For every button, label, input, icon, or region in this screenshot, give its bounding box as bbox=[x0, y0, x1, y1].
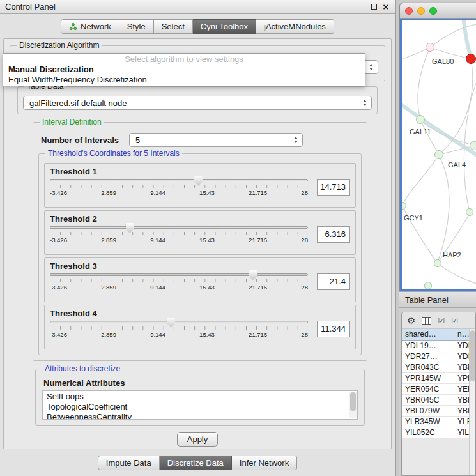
table-row[interactable]: YDR27… YDR2 bbox=[402, 351, 475, 362]
table-panel-titlebar[interactable]: Table Panel bbox=[399, 291, 476, 308]
cell-shared-name[interactable]: YDL19… bbox=[402, 341, 454, 351]
check-some-icon[interactable]: ☑ bbox=[451, 317, 458, 325]
tick-label: 15.43 bbox=[199, 189, 215, 196]
tick-label: 21.715 bbox=[249, 284, 267, 291]
tick-label: 2.859 bbox=[101, 331, 116, 338]
mac-minimize-button[interactable] bbox=[417, 7, 425, 15]
threshold-value-field[interactable]: 6.316 bbox=[317, 226, 350, 243]
network-node[interactable] bbox=[466, 208, 473, 216]
threshold-label: Threshold 3 bbox=[50, 261, 350, 271]
tab-label: Impute Data bbox=[106, 458, 151, 468]
threshold-value-field[interactable]: 14.713 bbox=[317, 179, 350, 196]
network-canvas[interactable]: GAL80 GAL11 GAL4 GCY1 HAP2 bbox=[402, 20, 476, 289]
threshold-value-field[interactable]: 11.344 bbox=[317, 321, 350, 337]
network-node[interactable] bbox=[466, 54, 476, 64]
columns-icon[interactable] bbox=[422, 317, 431, 325]
close-window-icon[interactable]: × bbox=[383, 2, 388, 12]
slider-track[interactable] bbox=[50, 179, 308, 181]
check-all-icon[interactable]: ☑ bbox=[438, 317, 445, 325]
gear-icon[interactable]: ⚙ bbox=[407, 316, 415, 325]
control-panel-titlebar[interactable]: Control Panel × bbox=[0, 0, 395, 14]
tick-label: 9.144 bbox=[150, 236, 165, 243]
table-row[interactable]: YBR045C YBR0 bbox=[402, 395, 475, 406]
thresholds-group: Threshold's Coordinates for 5 Intervals … bbox=[38, 153, 362, 355]
table-scrollbar[interactable] bbox=[469, 329, 475, 475]
combo-arrows-icon bbox=[294, 137, 298, 143]
cell-shared-name[interactable]: YLR345W bbox=[402, 417, 454, 427]
tab-impute-data[interactable]: Impute Data bbox=[98, 456, 160, 470]
cell-shared-name[interactable]: YER054C bbox=[402, 384, 454, 394]
slider-ticks bbox=[50, 326, 308, 330]
float-window-icon[interactable] bbox=[371, 4, 377, 10]
cell-shared-name[interactable]: YDR27… bbox=[402, 351, 454, 362]
numerical-attributes-label: Numerical Attributes bbox=[43, 378, 359, 388]
number-of-intervals-row: Number of Intervals 5 bbox=[41, 133, 359, 147]
list-item[interactable]: SelfLoops bbox=[47, 392, 347, 402]
app-root: Control Panel × Network Style Select Cyn… bbox=[0, 0, 476, 476]
table-row[interactable]: YDL19… YDL1 bbox=[402, 341, 475, 351]
tab-style[interactable]: Style bbox=[119, 19, 154, 34]
number-of-intervals-combobox[interactable]: 5 bbox=[129, 133, 303, 147]
slider-track[interactable] bbox=[50, 273, 308, 276]
threshold-slider: -3.426 2.859 9.144 15.43 21.715 28 bbox=[50, 178, 308, 196]
network-node[interactable] bbox=[426, 43, 434, 52]
slider-track[interactable] bbox=[50, 226, 308, 229]
dropdown-option-equal-width-frequency[interactable]: Equal Width/Frequency Discretization bbox=[7, 75, 361, 85]
group-title: Interval Definition bbox=[40, 118, 104, 127]
table-panel-title: Table Panel bbox=[405, 295, 449, 305]
tab-label: Network bbox=[81, 22, 111, 31]
mac-zoom-button[interactable] bbox=[429, 7, 437, 15]
cell-shared-name[interactable]: YBR045C bbox=[402, 395, 454, 405]
slider-track[interactable] bbox=[50, 321, 308, 323]
tick-label: 2.859 bbox=[101, 236, 116, 243]
network-node[interactable] bbox=[416, 115, 425, 124]
tick-label: -3.426 bbox=[50, 236, 67, 243]
list-item[interactable]: TopologicalCoefficient bbox=[47, 402, 347, 412]
network-window-titlebar[interactable] bbox=[400, 3, 476, 19]
tab-jactivemnodules[interactable]: jActiveMNodules bbox=[256, 19, 334, 34]
group-title: Attributes to discretize bbox=[42, 364, 123, 373]
cell-shared-name[interactable]: YBR043C bbox=[402, 362, 454, 372]
table-panel-window: ⚙ ☑ ☑ shared… n… YDL19… YDL1 YDR27… bbox=[401, 312, 476, 476]
table-header-row: shared… n… bbox=[402, 329, 475, 341]
network-node[interactable] bbox=[424, 282, 432, 289]
tick-label: -3.426 bbox=[50, 189, 67, 196]
cell-shared-name[interactable]: YIL052C bbox=[402, 427, 454, 438]
table-row[interactable]: YER054C YER0 bbox=[402, 384, 475, 395]
network-node[interactable] bbox=[470, 141, 476, 150]
tab-label: jActiveMNodules bbox=[264, 22, 326, 31]
threshold-label: Threshold 2 bbox=[50, 214, 350, 224]
tick-label: 9.144 bbox=[150, 189, 165, 196]
tab-infer-network[interactable]: Infer Network bbox=[232, 456, 297, 470]
tab-select[interactable]: Select bbox=[154, 19, 193, 34]
column-header-shared-name[interactable]: shared… bbox=[402, 329, 454, 340]
list-scrollbar[interactable] bbox=[349, 392, 357, 418]
network-node[interactable] bbox=[434, 150, 443, 159]
algorithm-dropdown-popup: Select algorithm to view settings Manual… bbox=[3, 53, 365, 86]
table-data-combobox[interactable]: galFiltered.sif default node bbox=[23, 96, 372, 110]
network-node-label: HAP2 bbox=[443, 251, 461, 259]
mac-close-button[interactable] bbox=[405, 7, 413, 15]
tab-discretize-data[interactable]: Discretize Data bbox=[160, 456, 232, 470]
cell-shared-name[interactable]: YBL079W bbox=[402, 406, 454, 416]
table-row[interactable]: YBR043C YBR0 bbox=[402, 362, 475, 373]
network-node[interactable] bbox=[434, 259, 441, 267]
attributes-listbox[interactable]: SelfLoops TopologicalCoefficient Between… bbox=[42, 390, 358, 420]
table-data-group: Table Data galFiltered.sif default node bbox=[17, 86, 378, 114]
threshold-slider: -3.426 2.859 9.144 15.43 21.715 28 bbox=[50, 272, 308, 291]
threshold-value-field[interactable]: 21.4 bbox=[317, 273, 350, 290]
table-row[interactable]: YLR345W YLR3 bbox=[402, 417, 475, 427]
number-of-intervals-label: Number of Intervals bbox=[41, 135, 119, 145]
apply-button[interactable]: Apply bbox=[177, 432, 218, 447]
list-item[interactable]: BetweennessCentrality bbox=[47, 412, 347, 420]
scrollbar-thumb[interactable] bbox=[470, 330, 475, 381]
table-row[interactable]: YPR145W YPR1 bbox=[402, 373, 475, 384]
threshold-block: Threshold 1 -3.426 bbox=[44, 163, 356, 208]
table-row[interactable]: YBL079W YBL0 bbox=[402, 406, 475, 417]
scrollbar-thumb[interactable] bbox=[350, 392, 356, 411]
tab-network[interactable]: Network bbox=[61, 19, 119, 34]
cell-shared-name[interactable]: YPR145W bbox=[402, 373, 454, 383]
tab-cyni-toolbox[interactable]: Cyni Toolbox bbox=[193, 19, 256, 34]
table-row[interactable]: YIL052C YIL0 bbox=[402, 427, 475, 438]
dropdown-option-manual-discretization[interactable]: Manual Discretization bbox=[7, 65, 361, 75]
